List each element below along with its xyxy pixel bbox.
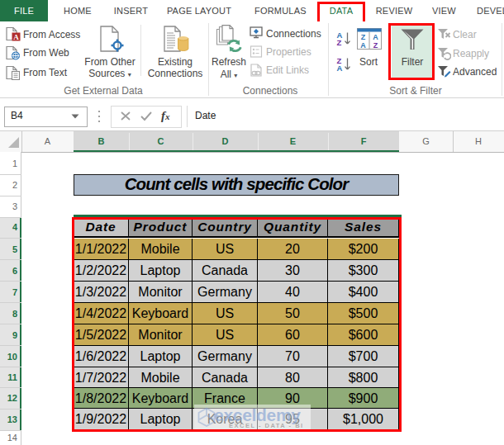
svg-text:Z: Z xyxy=(361,33,366,41)
svg-text:A: A xyxy=(13,33,19,41)
svg-text:Z: Z xyxy=(373,41,378,50)
svg-text:A: A xyxy=(360,41,366,50)
svg-text:A: A xyxy=(337,64,343,72)
svg-text:Z: Z xyxy=(337,38,342,46)
svg-text:A: A xyxy=(373,33,378,41)
